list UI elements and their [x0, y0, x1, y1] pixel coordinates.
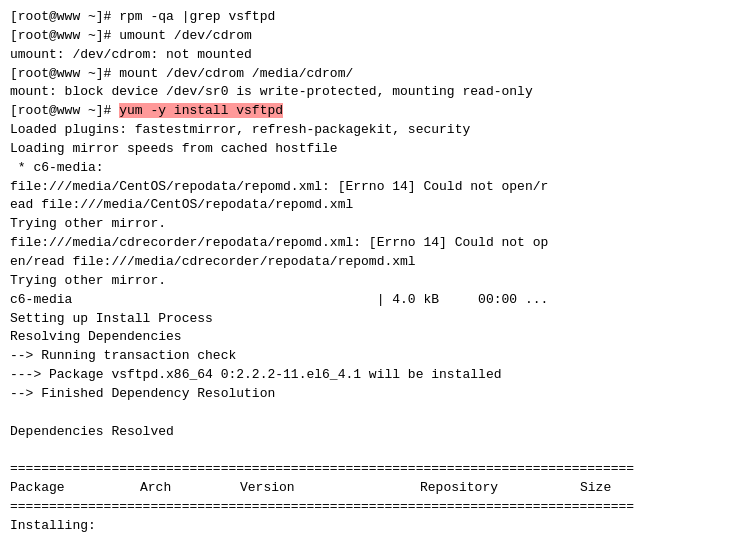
line-14: en/read file:///media/cdrecorder/repodat… [10, 253, 726, 272]
line-13: file:///media/cdrecorder/repodata/repomd… [10, 234, 726, 253]
col-size-header: Size [580, 479, 640, 498]
line-6: [root@www ~]# yum -y install vsftpd [10, 102, 726, 121]
col-arch-header: Arch [140, 479, 240, 498]
col-version-header: Version [240, 479, 420, 498]
empty-line-2 [10, 441, 726, 460]
line-19: --> Running transaction check [10, 347, 726, 366]
line-7: Loaded plugins: fastestmirror, refresh-p… [10, 121, 726, 140]
divider-bottom: ========================================… [10, 498, 726, 517]
line-installing: Installing: [10, 517, 726, 536]
line-12: Trying other mirror. [10, 215, 726, 234]
prompt-prefix: [root@www ~]# [10, 103, 119, 118]
line-3: umount: /dev/cdrom: not mounted [10, 46, 726, 65]
line-21: --> Finished Dependency Resolution [10, 385, 726, 404]
empty-line-1 [10, 404, 726, 423]
line-16: c6-media | 4.0 kB 00:00 ... [10, 291, 726, 310]
line-8: Loading mirror speeds from cached hostfi… [10, 140, 726, 159]
col-repo-header: Repository [420, 479, 580, 498]
terminal-output: [root@www ~]# rpm -qa |grep vsftpd [root… [0, 0, 736, 555]
line-10: file:///media/CentOS/repodata/repomd.xml… [10, 178, 726, 197]
highlighted-command: yum -y install vsftpd [119, 103, 283, 118]
line-5: mount: block device /dev/sr0 is write-pr… [10, 83, 726, 102]
line-1: [root@www ~]# rpm -qa |grep vsftpd [10, 8, 726, 27]
table-header-row: PackageArchVersionRepositorySize [10, 479, 726, 498]
line-18: Resolving Dependencies [10, 328, 726, 347]
line-9: * c6-media: [10, 159, 726, 178]
line-4: [root@www ~]# mount /dev/cdrom /media/cd… [10, 65, 726, 84]
line-20: ---> Package vsftpd.x86_64 0:2.2.2-11.el… [10, 366, 726, 385]
line-23: Dependencies Resolved [10, 423, 726, 442]
divider-top: ========================================… [10, 460, 726, 479]
line-17: Setting up Install Process [10, 310, 726, 329]
line-15: Trying other mirror. [10, 272, 726, 291]
col-package-header: Package [10, 479, 140, 498]
line-11: ead file:///media/CentOS/repodata/repomd… [10, 196, 726, 215]
line-2: [root@www ~]# umount /dev/cdrom [10, 27, 726, 46]
